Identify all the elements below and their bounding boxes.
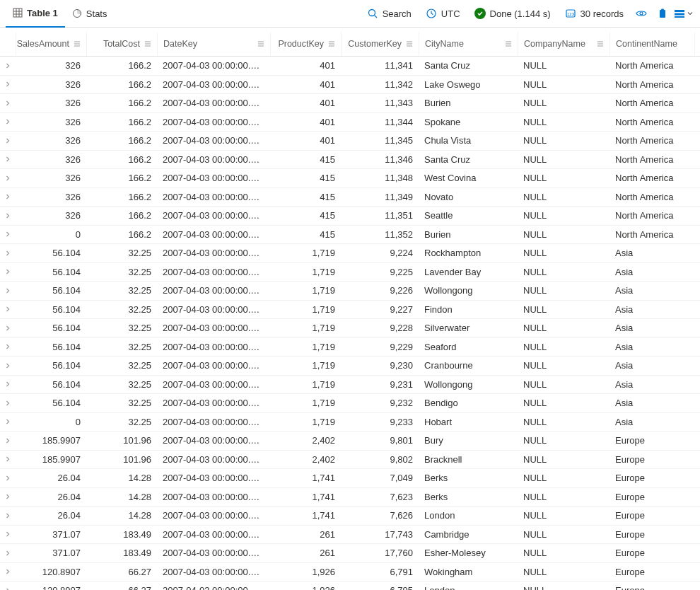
column-menu-icon[interactable] (328, 40, 335, 47)
column-header-cityname[interactable]: CityName (419, 32, 518, 56)
cell-productkey: 1,719 (270, 379, 341, 390)
expand-row-icon[interactable] (0, 81, 16, 88)
status-label: Done (1.144 s) (490, 8, 551, 19)
cell-companyname: NULL (518, 192, 609, 202)
table-row[interactable]: 26.0414.282007-04-03 00:00:00.00001,7417… (0, 488, 700, 507)
expand-row-icon[interactable] (0, 400, 16, 407)
table-row[interactable]: 185.9907101.962007-04-03 00:00:00.00002,… (0, 432, 700, 451)
cell-companyname: NULL (518, 529, 609, 540)
cell-datekey: 2007-04-03 00:00:00.0000 (157, 379, 270, 390)
table-row[interactable]: 120.890766.272007-04-03 00:00:00.00001,9… (0, 563, 700, 582)
table-row[interactable]: 56.10432.252007-04-03 00:00:00.00001,719… (0, 394, 700, 413)
cell-customerkey: 9,224 (341, 248, 419, 258)
column-header-customerkey[interactable]: CustomerKey (342, 32, 419, 56)
expand-row-icon[interactable] (0, 156, 16, 163)
table-row[interactable]: 326166.22007-04-03 00:00:00.000041511,34… (0, 169, 700, 188)
table-row[interactable]: 326166.22007-04-03 00:00:00.000040111,34… (0, 113, 700, 132)
expand-row-icon[interactable] (0, 287, 16, 294)
table-row[interactable]: 185.9907101.962007-04-03 00:00:00.00002,… (0, 451, 700, 470)
expand-row-icon[interactable] (0, 568, 16, 575)
cell-customerkey: 11,342 (341, 79, 419, 90)
expand-row-icon[interactable] (0, 231, 16, 238)
expand-row-icon[interactable] (0, 137, 16, 144)
expand-row-icon[interactable] (0, 550, 16, 557)
column-header-companyname[interactable]: CompanyName (518, 32, 610, 56)
table-row[interactable]: 56.10432.252007-04-03 00:00:00.00001,719… (0, 282, 700, 301)
expand-row-icon[interactable] (0, 118, 16, 125)
expand-row-icon[interactable] (0, 475, 16, 482)
table-row[interactable]: 326166.22007-04-03 00:00:00.000041511,35… (0, 207, 700, 226)
cell-totalcost: 14.28 (86, 473, 157, 483)
table-row[interactable]: 56.10432.252007-04-03 00:00:00.00001,719… (0, 263, 700, 282)
column-header-productkey[interactable]: ProductKey (271, 32, 342, 56)
expand-row-icon[interactable] (0, 512, 16, 519)
table-row[interactable]: 326166.22007-04-03 00:00:00.000040111,34… (0, 132, 700, 151)
table-row[interactable]: 120.890766.272007-04-03 00:00:00.00001,9… (0, 582, 700, 590)
expand-row-icon[interactable] (0, 437, 16, 444)
clipboard-button[interactable] (652, 0, 673, 27)
expand-row-icon[interactable] (0, 100, 16, 107)
expand-row-icon[interactable] (0, 456, 16, 463)
tab-stats[interactable]: Stats (65, 0, 115, 27)
expand-row-icon[interactable] (0, 381, 16, 388)
utc-button[interactable]: UTC (419, 0, 467, 27)
column-menu-icon[interactable] (406, 40, 413, 47)
table-row[interactable]: 0166.22007-04-03 00:00:00.000041511,352B… (0, 226, 700, 245)
table-row[interactable]: 326166.22007-04-03 00:00:00.000040111,34… (0, 94, 700, 113)
cell-datekey: 2007-04-03 00:00:00.0000 (157, 173, 270, 183)
table-row[interactable]: 371.07183.492007-04-03 00:00:00.00002611… (0, 544, 700, 563)
cell-datekey: 2007-04-03 00:00:00.0000 (157, 510, 270, 521)
expand-row-icon[interactable] (0, 306, 16, 313)
view-dropdown[interactable] (673, 0, 694, 27)
cell-customerkey: 11,341 (341, 60, 419, 71)
expand-row-icon[interactable] (0, 250, 16, 257)
table-row[interactable]: 326166.22007-04-03 00:00:00.000040111,34… (0, 76, 700, 95)
column-header-salesamount[interactable]: SalesAmount (16, 32, 87, 56)
table-row[interactable]: 56.10432.252007-04-03 00:00:00.00001,719… (0, 301, 700, 320)
grid-body: 326166.22007-04-03 00:00:00.000040111,34… (0, 57, 700, 590)
table-row[interactable]: 56.10432.252007-04-03 00:00:00.00001,719… (0, 319, 700, 338)
cell-cityname: Lake Oswego (419, 79, 518, 90)
table-row[interactable]: 26.0414.282007-04-03 00:00:00.00001,7417… (0, 507, 700, 526)
column-menu-icon[interactable] (144, 40, 151, 47)
table-row[interactable]: 56.10432.252007-04-03 00:00:00.00001,719… (0, 244, 700, 263)
utc-label: UTC (441, 8, 460, 19)
records-button[interactable]: 123 30 records (558, 0, 631, 27)
column-header-datekey[interactable]: DateKey (158, 32, 271, 56)
expand-row-icon[interactable] (0, 193, 16, 200)
cell-companyname: NULL (518, 379, 609, 390)
table-row[interactable]: 326166.22007-04-03 00:00:00.000040111,34… (0, 57, 700, 76)
expand-row-icon[interactable] (0, 418, 16, 425)
expand-row-icon[interactable] (0, 212, 16, 219)
column-header-totalcost[interactable]: TotalCost (87, 32, 158, 56)
table-row[interactable]: 326166.22007-04-03 00:00:00.000041511,34… (0, 151, 700, 170)
expand-row-icon[interactable] (0, 175, 16, 182)
expand-row-icon[interactable] (0, 493, 16, 500)
column-menu-icon[interactable] (74, 40, 81, 47)
column-menu-icon[interactable] (597, 40, 604, 47)
cell-totalcost: 32.25 (86, 323, 157, 333)
table-row[interactable]: 371.07183.492007-04-03 00:00:00.00002611… (0, 526, 700, 545)
column-header-continentname[interactable]: ContinentName (610, 32, 695, 56)
table-row[interactable]: 56.10432.252007-04-03 00:00:00.00001,719… (0, 376, 700, 395)
table-row[interactable]: 56.10432.252007-04-03 00:00:00.00001,719… (0, 338, 700, 357)
table-row[interactable]: 26.0414.282007-04-03 00:00:00.00001,7417… (0, 469, 700, 488)
expand-row-icon[interactable] (0, 268, 16, 275)
search-button[interactable]: Search (360, 0, 419, 27)
expand-row-icon[interactable] (0, 362, 16, 369)
hide-button[interactable] (631, 0, 652, 27)
expand-row-icon[interactable] (0, 531, 16, 538)
column-menu-icon[interactable] (257, 40, 264, 47)
cell-productkey: 401 (270, 135, 341, 146)
cell-datekey: 2007-04-03 00:00:00.0000 (157, 454, 270, 465)
expand-row-icon[interactable] (0, 62, 16, 69)
table-row[interactable]: 032.252007-04-03 00:00:00.00001,7199,233… (0, 413, 700, 432)
cell-totalcost: 32.25 (86, 342, 157, 352)
table-row[interactable]: 326166.22007-04-03 00:00:00.000041511,34… (0, 188, 700, 207)
column-menu-icon[interactable] (505, 40, 512, 47)
expand-row-icon[interactable] (0, 587, 16, 590)
table-row[interactable]: 56.10432.252007-04-03 00:00:00.00001,719… (0, 357, 700, 376)
expand-row-icon[interactable] (0, 343, 16, 350)
tab-table[interactable]: Table 1 (6, 0, 65, 28)
expand-row-icon[interactable] (0, 325, 16, 332)
